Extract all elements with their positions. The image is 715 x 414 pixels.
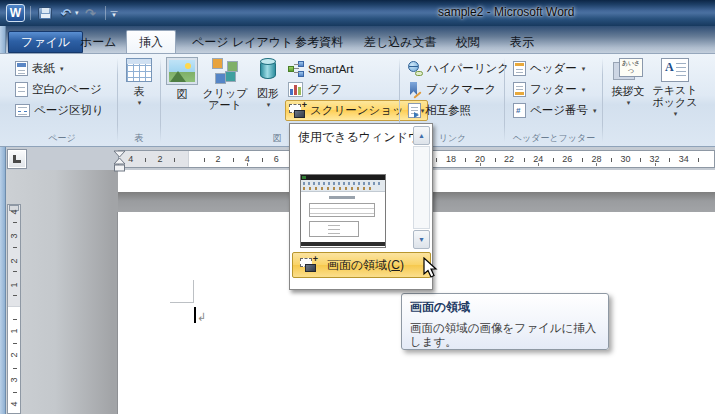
cross-reference-icon bbox=[408, 103, 421, 118]
group-separator bbox=[117, 58, 118, 142]
table-button[interactable]: 表 ▾ bbox=[122, 56, 156, 109]
tooltip-body: 画面の領域の画像をファイルに挿入します。 bbox=[410, 321, 602, 349]
h-ruler-tick bbox=[524, 158, 525, 162]
h-ruler-tick bbox=[582, 158, 583, 162]
page-break-icon bbox=[15, 104, 30, 117]
chevron-down-icon: ▾ bbox=[582, 65, 586, 73]
tab-home[interactable]: ホーム bbox=[68, 31, 129, 53]
h-ruler-tick bbox=[611, 158, 612, 162]
text-box-icon: A bbox=[661, 58, 689, 82]
tab-references[interactable]: 参考資料 bbox=[283, 31, 355, 53]
undo-dropdown-arrow-icon[interactable]: ▾ bbox=[75, 9, 79, 17]
h-ruler-grid-tick bbox=[655, 163, 656, 166]
save-button[interactable] bbox=[36, 4, 54, 22]
undo-button[interactable]: ↶ bbox=[57, 4, 75, 22]
text-cursor bbox=[194, 307, 196, 323]
thumbnail-statusbar bbox=[301, 242, 385, 246]
group-label-pages: ページ bbox=[8, 132, 116, 145]
picture-button[interactable]: 図 bbox=[164, 56, 200, 100]
h-ruler-grid-tick bbox=[480, 163, 481, 166]
v-ruler: 43211234 bbox=[7, 204, 21, 414]
hyperlink-button[interactable]: ハイパーリンク bbox=[405, 58, 512, 79]
tooltip-title: 画面の領域 bbox=[410, 299, 600, 316]
qat-separator bbox=[105, 6, 106, 20]
h-ruler-tick bbox=[640, 158, 641, 162]
shapes-button[interactable]: 図形 ▾ bbox=[250, 56, 286, 111]
v-ruler-tick bbox=[13, 247, 17, 248]
h-ruler-number: 2 bbox=[216, 154, 221, 165]
tab-mailings[interactable]: 差し込み文書 bbox=[352, 31, 449, 53]
chart-button[interactable]: グラフ bbox=[285, 79, 345, 100]
cross-reference-button[interactable]: 相互参照 bbox=[405, 100, 474, 121]
mouse-cursor-icon bbox=[423, 257, 439, 279]
paragraph-mark: ↲ bbox=[197, 311, 206, 324]
hyperlink-label: ハイパーリンク bbox=[427, 61, 509, 76]
tab-review[interactable]: 校閲 bbox=[444, 31, 492, 53]
screen-clipping-menu-item[interactable]: + 画面の領域(C) bbox=[292, 252, 431, 278]
header-button[interactable]: ヘッダー ▾ bbox=[510, 58, 588, 79]
customize-qat-button[interactable]: —▾ bbox=[111, 9, 118, 17]
h-ruler-tick bbox=[233, 158, 234, 162]
bookmark-icon bbox=[408, 82, 422, 97]
scrollbar-track[interactable] bbox=[413, 146, 430, 229]
table-icon bbox=[126, 58, 152, 82]
tab-stop-selector[interactable] bbox=[7, 149, 27, 169]
clipart-button[interactable]: クリップ アート bbox=[202, 56, 248, 111]
table-label: 表 bbox=[134, 85, 145, 97]
quick-access-toolbar: W ↶ ▾ ↷ —▾ bbox=[6, 3, 118, 23]
ribbon-group-header-footer: ヘッダー ▾ フッター ▾ # ページ番号 ▾ ヘッダーとフッター bbox=[506, 54, 602, 146]
ribbon-tab-row: ファイル ホーム 挿入 ページ レイアウト 参考資料 差し込み文書 校閲 表示 bbox=[0, 26, 715, 53]
tab-view[interactable]: 表示 bbox=[498, 31, 546, 53]
shapes-label: 図形 bbox=[257, 87, 279, 99]
footer-label: フッター bbox=[530, 82, 577, 97]
group-separator bbox=[160, 58, 161, 142]
chevron-down-icon: ▾ bbox=[582, 86, 586, 94]
thumbnail-sheet bbox=[301, 192, 385, 242]
screenshot-icon: + bbox=[289, 104, 306, 118]
window-title: sample2 - Microsoft Word bbox=[438, 5, 574, 19]
h-ruler-number: 4 bbox=[128, 154, 133, 165]
text-box-button[interactable]: A テキスト ボックス ▾ bbox=[652, 56, 698, 120]
v-ruler-number: 4 bbox=[10, 210, 19, 215]
blank-page-label: 空白のページ bbox=[32, 82, 102, 97]
h-ruler-tick bbox=[436, 158, 437, 162]
h-ruler-tick bbox=[465, 158, 466, 162]
v-ruler-number: 4 bbox=[10, 401, 19, 406]
chart-icon bbox=[288, 82, 303, 97]
available-window-thumbnail[interactable] bbox=[300, 174, 386, 248]
chevron-down-icon: ▾ bbox=[60, 65, 64, 73]
blank-page-button[interactable]: 空白のページ bbox=[12, 79, 105, 100]
scroll-down-icon: ▼ bbox=[418, 236, 425, 243]
clipart-icon bbox=[212, 58, 238, 84]
smartart-label: SmartArt bbox=[308, 63, 353, 75]
chevron-down-icon: ▾ bbox=[267, 99, 271, 111]
scroll-up-button[interactable]: ▲ bbox=[413, 126, 430, 145]
bookmark-button[interactable]: ブックマーク bbox=[405, 79, 499, 100]
cover-page-button[interactable]: 表紙 ▾ bbox=[12, 58, 67, 79]
page-break-button[interactable]: ページ区切り bbox=[12, 100, 107, 121]
page-number-button[interactable]: # ページ番号 ▾ bbox=[510, 100, 600, 121]
ribbon-group-text: あいさつ 挨拶文 ▾ A テキスト ボックス ▾ A A bbox=[604, 54, 715, 146]
v-ruler-tick bbox=[13, 295, 17, 296]
cross-reference-label: 相互参照 bbox=[425, 103, 471, 118]
smartart-button[interactable]: SmartArt bbox=[285, 58, 356, 79]
page-number-icon: # bbox=[513, 103, 526, 118]
scroll-down-button[interactable]: ▼ bbox=[413, 230, 430, 249]
picture-icon bbox=[167, 58, 197, 84]
clipart-label: クリップ アート bbox=[202, 87, 248, 111]
h-ruler-tick bbox=[174, 158, 175, 162]
redo-button[interactable]: ↷ bbox=[82, 4, 100, 22]
v-ruler-tick bbox=[13, 271, 17, 272]
scroll-up-icon: ▲ bbox=[418, 132, 425, 139]
smartart-icon bbox=[288, 61, 304, 77]
word-logo-icon[interactable]: W bbox=[6, 4, 25, 22]
h-ruler-number: 6 bbox=[274, 154, 279, 165]
tab-insert[interactable]: 挿入 bbox=[126, 30, 176, 53]
chevron-down-icon: ▾ bbox=[627, 97, 631, 109]
footer-button[interactable]: フッター ▾ bbox=[510, 79, 588, 100]
indent-markers[interactable] bbox=[113, 150, 126, 172]
h-ruler-number: 34 bbox=[679, 154, 689, 165]
group-separator bbox=[504, 58, 505, 142]
footer-icon bbox=[513, 82, 526, 97]
greeting-line-button[interactable]: あいさつ 挨拶文 ▾ bbox=[606, 56, 650, 109]
